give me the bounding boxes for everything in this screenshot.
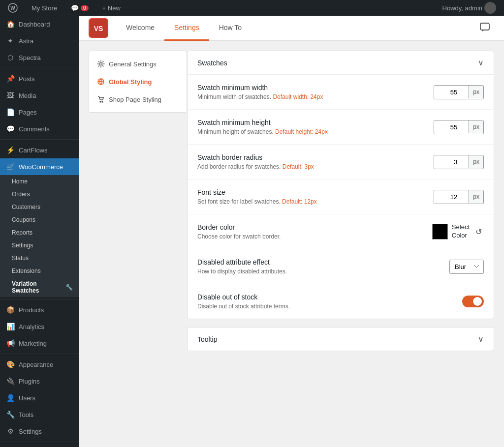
separator: [0, 354, 79, 354]
swatches-section-header[interactable]: Swatches ∨: [188, 51, 494, 75]
plugin-logo: VS: [89, 18, 108, 38]
out-of-stock-toggle[interactable]: [462, 296, 484, 307]
sidebar-item-plugins[interactable]: 🔌 Plugins: [0, 373, 79, 389]
sidebar-item-label: Posts: [19, 75, 35, 83]
submenu-settings[interactable]: Settings: [0, 239, 79, 252]
swatches-badge-icon: 🔧: [65, 284, 73, 291]
submenu-variation-swatches[interactable]: Variation Swatches 🔧: [0, 277, 79, 297]
submenu-extensions[interactable]: Extensions: [0, 265, 79, 277]
min-height-input[interactable]: [434, 120, 469, 134]
appearance-icon: 🎨: [6, 360, 15, 369]
nav-shop-label: Shop Page Styling: [109, 96, 161, 103]
setting-info-border-radius: Swatch border radius Add border radius f…: [197, 153, 434, 170]
sidebar-item-cartflows[interactable]: ⚡ CartFlows: [0, 142, 79, 158]
setting-default-min-height: Default height: 24px: [275, 128, 328, 135]
analytics-icon: 📊: [6, 322, 15, 331]
sidebar-item-label: Users: [19, 394, 35, 402]
comments-item[interactable]: 💬 0: [67, 0, 93, 16]
sidebar-item-astra[interactable]: ✦ Astra: [0, 32, 79, 49]
tab-howto[interactable]: How To: [209, 16, 252, 41]
tab-settings[interactable]: Settings: [164, 16, 209, 41]
border-radius-input[interactable]: [434, 155, 469, 169]
setting-control-font-size: px: [434, 190, 484, 204]
nav-general-settings[interactable]: General Settings: [89, 55, 187, 73]
setting-info-min-height: Swatch minimum height Minimum height of …: [197, 119, 434, 135]
min-height-input-wrap: px: [434, 120, 484, 134]
border-color-swatch[interactable]: [432, 224, 448, 239]
reset-color-icon[interactable]: ↺: [473, 225, 484, 238]
sidebar-item-marketing[interactable]: 📢 Marketing: [0, 335, 79, 352]
pages-icon: 📄: [6, 108, 15, 117]
sidebar-item-label: Analytics: [19, 323, 44, 330]
submenu-coupons[interactable]: Coupons: [0, 213, 79, 226]
sidebar-item-settings[interactable]: ⚙ Settings: [0, 423, 79, 440]
sidebar-item-products[interactable]: 📦 Products: [0, 301, 79, 318]
howdy-item[interactable]: Howdy, admin: [439, 0, 500, 16]
logo-inner: VS: [89, 18, 108, 38]
sidebar-item-media[interactable]: 🖼 Media: [0, 87, 79, 104]
toggle-slider: [462, 296, 484, 307]
setting-row-border-radius: Swatch border radius Add border radius f…: [188, 145, 494, 179]
border-radius-input-wrap: px: [434, 155, 484, 169]
tab-welcome[interactable]: Welcome: [116, 16, 164, 41]
setting-default-border-radius: Default: 3px: [283, 163, 314, 170]
min-width-input[interactable]: [434, 86, 469, 99]
nav-shop-page[interactable]: Shop Page Styling: [89, 90, 187, 108]
svg-text:W: W: [10, 5, 15, 11]
setting-desc-out-of-stock: Disable out of stock attribute terms.: [197, 303, 462, 310]
sidebar-item-label: CartFlows: [19, 147, 48, 154]
sidebar-item-pages[interactable]: 📄 Pages: [0, 104, 79, 120]
sidebar-item-all-import[interactable]: ↓ All Import: [0, 444, 79, 447]
svg-point-5: [100, 63, 102, 65]
submenu-status[interactable]: Status: [0, 252, 79, 265]
astra-icon: ✦: [6, 36, 15, 45]
sidebar-item-users[interactable]: 👤 Users: [0, 389, 79, 406]
nav-global-label: Global Styling: [109, 78, 152, 86]
sidebar-item-woocommerce[interactable]: 🛒 WooCommerce: [0, 158, 79, 175]
spectra-icon: ⬡: [6, 53, 15, 62]
cartflows-icon: ⚡: [6, 146, 15, 154]
swatches-title: Swatches: [197, 59, 227, 67]
plugin-header: VS Welcome Settings How To: [79, 16, 504, 41]
global-styling-icon: [97, 78, 105, 86]
setting-control-border-color: SelectColor ↺: [432, 223, 484, 240]
submenu-home[interactable]: Home: [0, 175, 79, 188]
sidebar-item-appearance[interactable]: 🎨 Appearance: [0, 356, 79, 373]
sidebar-item-label: Dashboard: [19, 21, 50, 28]
svg-point-7: [100, 101, 101, 102]
separator: [0, 299, 79, 299]
sidebar-item-comments[interactable]: 💬 Comments: [0, 120, 79, 137]
sidebar-item-analytics[interactable]: 📊 Analytics: [0, 318, 79, 335]
sidebar-item-dashboard[interactable]: 🏠 Dashboard: [0, 16, 79, 32]
setting-info-disabled-attribute: Disabled attribute effect How to display…: [197, 258, 449, 275]
separator: [0, 139, 79, 140]
wp-logo-item[interactable]: W: [4, 0, 22, 16]
new-item[interactable]: + New: [98, 0, 125, 16]
min-height-unit: px: [469, 120, 483, 133]
shop-page-icon: [97, 95, 105, 103]
setting-label-out-of-stock: Disable out of stock: [197, 293, 462, 301]
submenu-customers[interactable]: Customers: [0, 201, 79, 213]
chat-icon[interactable]: [475, 18, 494, 38]
sidebar-item-label: Astra: [19, 37, 33, 45]
submenu-orders[interactable]: Orders: [0, 188, 79, 201]
disabled-attribute-select[interactable]: Blur Cross Hide: [449, 260, 484, 274]
main-content: VS Welcome Settings How To: [79, 16, 504, 447]
tooltip-section-header[interactable]: Tooltip ∨: [188, 328, 494, 351]
sidebar-item-label: Marketing: [19, 340, 47, 347]
site-name-item[interactable]: My Store: [28, 0, 61, 16]
sidebar-item-posts[interactable]: 📌 Posts: [0, 70, 79, 87]
font-size-input[interactable]: [434, 190, 469, 204]
sidebar-item-label: WooCommerce: [19, 163, 63, 171]
setting-desc-min-height: Minimum height of swatches. Default heig…: [197, 128, 434, 135]
plugins-icon: 🔌: [6, 377, 15, 386]
setting-desc-border-color: Choose color for swatch border.: [197, 233, 432, 240]
swatches-chevron-icon: ∨: [478, 58, 484, 67]
submenu-reports[interactable]: Reports: [0, 226, 79, 239]
setting-desc-disabled-attribute: How to display disabled attributes.: [197, 268, 449, 275]
sidebar-item-tools[interactable]: 🔧 Tools: [0, 406, 79, 423]
nav-global-styling[interactable]: Global Styling: [89, 73, 187, 90]
sidebar-item-spectra[interactable]: ⬡ Spectra: [0, 49, 79, 66]
setting-control-disabled-attribute: Blur Cross Hide: [449, 260, 484, 274]
setting-control-min-height: px: [434, 120, 484, 134]
